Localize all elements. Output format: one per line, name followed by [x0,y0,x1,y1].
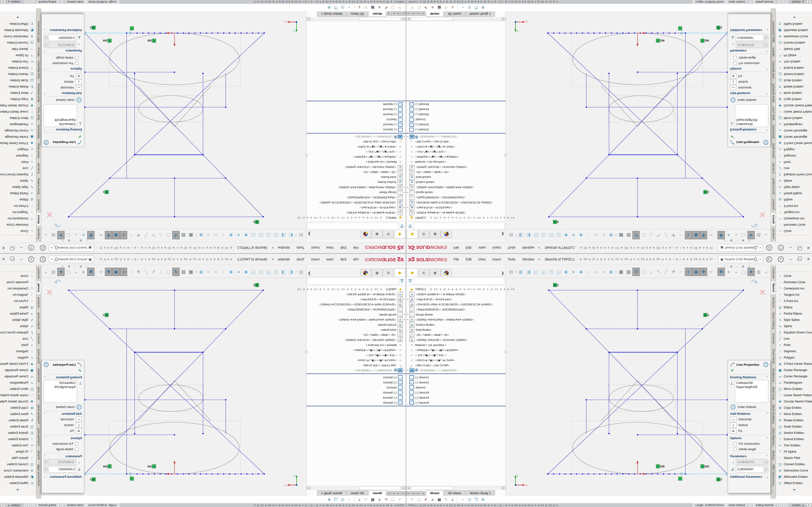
feature-tool-icon[interactable]: ◉ [607,268,615,276]
tree-item[interactable]: ▸ ■ ○25ЗЄИNAU·○◦○·UANИЄЗ52○ [406,134,506,139]
commandmanager-tab[interactable]: MBD Dimensions [36,463,41,488]
tree-item[interactable]: ▥ ○25✛ЗЄ25○ИN◎◦✛ƆCЗЄUЗЄ25○◦○52ЄЗUЄЗCƆ✛◦◎… [406,302,506,307]
tree-item-sketch[interactable]: (-) Sketch5 [306,390,406,395]
doc-tab[interactable]: Model [368,490,386,496]
feature-tool-icon[interactable]: ◨ [280,231,287,239]
relation-button[interactable]: ❘ [75,422,82,428]
feature-tool-icon[interactable]: ✎ [655,231,662,239]
bottom-tool-icon[interactable]: ◔ [459,496,466,503]
tool-item[interactable]: ≋ Intersection Curve [776,33,812,40]
commandmanager-tab[interactable]: Features [36,266,41,281]
view-tool-icon[interactable]: ▦ [755,231,762,239]
doc-tab-nav-button[interactable]: ◂ [396,11,401,16]
relation-entry[interactable]: Collinear108 [737,122,767,126]
feature-tool-icon[interactable]: ✥ [105,231,112,239]
search-icon[interactable] [55,258,57,261]
rollback-bar-end[interactable] [306,406,406,406]
collapse-icon[interactable]: ⌃ [44,128,46,131]
tree-item-sketch[interactable]: (-) Sketch6 [306,102,406,107]
spinner[interactable]: ▲▼ [44,42,48,48]
bottom-tool-icon[interactable]: ❏ [390,496,396,503]
feature-tool-icon[interactable]: ◒ [72,231,80,239]
tab-featuremanager-tree[interactable]: ◆ [394,269,405,276]
bottom-tool-icon[interactable]: ⋮ [407,4,409,11]
status-custom-dropdown[interactable]: Custom▴ [790,504,806,507]
menu-item[interactable]: View [478,258,486,261]
feature-tool-icon[interactable]: ◧ [287,268,295,276]
tool-item[interactable]: ✂ Trim Entities [0,442,36,449]
exit-sketch-icon[interactable]: ↷ [751,220,758,229]
tree-item[interactable]: Σ ○25ИN◎◦✛AU¤ЗЄ○◦○ЄЗ¤UA✛◦◎NИ52○ [306,165,406,170]
feature-tool-icon[interactable]: ◨ [280,268,287,276]
commandmanager-tab[interactable]: Features [771,266,776,281]
bottom-tool-icon[interactable]: ≡ [429,496,436,503]
feature-tool-icon[interactable]: ↺ [632,268,640,276]
tree-item-sketch[interactable]: (-) Sketch5 [306,112,406,117]
rollback-bar-end[interactable] [406,406,506,406]
bottom-tool-icon[interactable]: ❒ [473,496,479,503]
tab-configurationmanager[interactable]: ⊕ [371,269,383,276]
bottom-tool-icon[interactable]: ↻ [443,496,449,503]
commandmanager-tab[interactable]: Sheet Metal [771,141,776,160]
tree-item[interactable]: ◆ Surface Bodies [306,322,406,327]
tool-item[interactable]: ∿ Spline [776,178,812,184]
feature-tool-icon[interactable]: ✎ [150,231,157,239]
tree-item[interactable]: ≡ Material < not specified > [406,342,506,347]
collapse-icon[interactable]: ⌃ [766,67,768,70]
tool-item[interactable]: ◝ Tangent Arc [0,292,36,298]
tree-item-sketch[interactable]: (-) Sketch4 [406,107,506,112]
relation-entry[interactable]: Collinear108 [45,122,75,126]
parameter-field[interactable]: 0.00000000° [48,35,76,41]
tree-item[interactable]: Σ ○25ИN◎◦✛AU¤ЗЄ○◦○ЄЗ¤UA✛◦◎NИ52○ [406,337,506,342]
close-button[interactable]: ✕ [2,257,5,262]
user-account-icon[interactable] [40,257,46,262]
feature-tool-icon[interactable]: ◆ [562,268,570,276]
tree-item-sketch[interactable]: Sketch3 [406,385,506,390]
scroll-left-icon[interactable]: ◂ [406,17,411,21]
tool-item[interactable]: ◖ Partial Ellipse [0,190,36,196]
tool-item[interactable]: ⊺ Extend Entities [776,65,812,71]
feature-tool-icon[interactable]: ↺ [172,268,180,276]
doc-tab[interactable]: Model [426,11,444,17]
help-icon[interactable]: ? [28,245,34,251]
tool-item[interactable]: ▭ Corner Rectangle [776,373,812,380]
feature-tool-icon[interactable]: ◆ [577,231,585,239]
commandmanager-tab[interactable]: Direct Editing [771,311,776,331]
tree-item[interactable]: ✎ ○25·∩*ᴥAM○◦○MAᴥ*∩·52○ [306,170,406,175]
tool-item[interactable]: ⊞ Copy Entities [0,96,36,102]
feature-tool-icon[interactable]: ▭ [592,268,600,276]
tab-featuremanager-tree[interactable]: ◆ [407,231,418,238]
commandmanager-tab[interactable]: Mold Tools [36,105,41,122]
collapse-icon[interactable]: ⌃ [44,67,46,70]
rollback-bar[interactable] [406,133,506,134]
status-custom-dropdown[interactable]: Custom▴ [790,0,806,3]
search-icon[interactable] [754,246,757,250]
scroll-left-icon[interactable]: ◂ [406,486,411,490]
doc-tab[interactable]: 3D Views [347,11,368,17]
feature-tool-icon[interactable]: ◑ [205,268,212,276]
parameters-header[interactable]: Parameters [65,455,82,458]
tool-item[interactable]: ◌ Perimeter Circle [776,279,812,285]
tool-item[interactable]: ◎ Ellipse [776,304,812,311]
existing-relations-header[interactable]: Existing Relations [730,128,756,131]
tool-item[interactable]: ◜ 3 Point Arc [0,203,36,209]
feature-tool-icon[interactable]: ✥ [700,268,707,276]
doc-tab-nav-button[interactable]: ⇥ [421,491,425,496]
bottom-tool-icon[interactable]: ▦ [369,496,376,503]
commandmanager-tab[interactable]: Markup [771,45,776,58]
feature-tool-icon[interactable]: ◳ [547,231,555,239]
parameters-header[interactable]: Parameters [65,49,82,52]
relation-badge[interactable]: ⊠3 [553,283,558,287]
tool-item[interactable]: ▪ Point [776,342,812,348]
tab-propertymanager[interactable]: ≣ [418,269,429,276]
additional-parameters-header[interactable]: Additional Parameters [50,475,82,478]
tool-item[interactable]: ◌ Perimeter Circle [0,222,36,228]
feature-tool-icon[interactable]: ◒ [732,268,740,276]
tree-item-sketch[interactable]: (-) Sketch4 [406,395,506,400]
tool-item[interactable]: ╰ Fit Spline [776,52,812,58]
feature-tool-icon[interactable]: ◉ [112,231,120,239]
feature-tool-icon[interactable]: ⊥ [157,231,164,239]
feature-tool-icon[interactable]: ✚ [670,268,677,276]
feature-tool-icon[interactable]: ▢ [740,268,747,276]
bottom-tool-icon[interactable]: Ŀ [356,496,362,503]
